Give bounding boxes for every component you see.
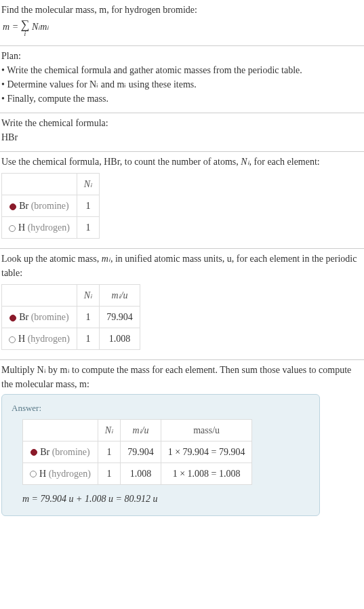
cell-ni: 1 xyxy=(98,441,120,463)
col-ni: Nᵢ xyxy=(77,285,99,307)
element-symbol: H xyxy=(18,222,25,233)
intro-text: Find the molecular mass, m, for hydrogen… xyxy=(1,3,363,17)
var-ni: Nᵢ xyxy=(241,157,249,167)
step-heading: Write the chemical formula: xyxy=(1,116,363,130)
element-name: (bromine) xyxy=(31,312,69,322)
element-name: (hydrogen) xyxy=(28,334,70,344)
var-mi: mᵢ xyxy=(102,254,110,264)
step-mass-section: Look up the atomic mass, mᵢ, in unified … xyxy=(0,249,364,359)
sigma: ∑ xyxy=(21,18,30,31)
col-element xyxy=(23,419,98,441)
plan-bullet: • Determine values for Nᵢ and mᵢ using t… xyxy=(1,77,363,92)
cell-ni: 1 xyxy=(98,463,120,484)
cell-mi: 1.008 xyxy=(100,328,140,350)
text: , for each element: xyxy=(249,157,320,167)
col-ni: Nᵢ xyxy=(77,174,99,195)
plan-bullet: • Write the chemical formula and gather … xyxy=(1,63,363,77)
answer-box: Answer: Nᵢ mᵢ/u mass/u Br (bromine) 1 79… xyxy=(1,394,320,516)
element-swatch-br xyxy=(9,315,16,321)
table-row: H (hydrogen) 1 1.008 1 × 1.008 = 1.008 xyxy=(23,463,252,484)
mass-formula: m = ∑i Nᵢmᵢ xyxy=(1,17,363,39)
step-heading: Use the chemical formula, HBr, to count … xyxy=(1,155,363,169)
table-row: Br (bromine) 1 xyxy=(2,195,100,217)
eq: = xyxy=(9,22,20,32)
element-swatch-br xyxy=(9,203,16,210)
cell-element: H (hydrogen) xyxy=(23,463,98,484)
cell-mass: 1 × 79.904 = 79.904 xyxy=(161,441,252,463)
table-row: H (hydrogen) 1 xyxy=(2,217,100,239)
element-name: (hydrogen) xyxy=(28,222,70,233)
sigma-icon: ∑i xyxy=(21,18,30,37)
step-count-section: Use the chemical formula, HBr, to count … xyxy=(0,152,364,248)
element-symbol: H xyxy=(39,469,46,479)
formula-rhs: Nᵢmᵢ xyxy=(29,22,49,32)
table-row: Br (bromine) 1 79.904 1 × 79.904 = 79.90… xyxy=(23,441,252,463)
text: Look up the atomic mass, xyxy=(1,254,102,264)
element-symbol: Br xyxy=(40,447,49,457)
element-name: (bromine) xyxy=(31,201,69,211)
col-mi: mᵢ/u xyxy=(100,285,140,307)
element-swatch-h xyxy=(30,471,37,477)
cell-element: H (hydrogen) xyxy=(2,328,77,350)
element-swatch-br xyxy=(31,449,37,456)
element-symbol: H xyxy=(18,334,25,344)
cell-element: Br (bromine) xyxy=(2,195,77,217)
var-m: m xyxy=(3,22,9,32)
step-heading: Multiply Nᵢ by mᵢ to compute the mass fo… xyxy=(1,363,363,391)
table-row: H (hydrogen) 1 1.008 xyxy=(2,328,140,350)
cell-ni: 1 xyxy=(77,307,99,328)
plan-heading: Plan: xyxy=(1,49,363,63)
col-element xyxy=(2,174,77,195)
table-header-row: Nᵢ xyxy=(2,174,100,195)
table-header-row: Nᵢ mᵢ/u xyxy=(2,285,140,307)
step-compute-section: Multiply Nᵢ by mᵢ to compute the mass fo… xyxy=(0,360,364,528)
cell-element: Br (bromine) xyxy=(2,307,77,328)
col-ni: Nᵢ xyxy=(98,419,120,441)
col-mass: mass/u xyxy=(161,419,252,441)
element-name: (bromine) xyxy=(52,447,90,457)
col-mi: mᵢ/u xyxy=(121,419,161,441)
plan-bullet: • Finally, compute the mass. xyxy=(1,92,363,106)
answer-label: Answer: xyxy=(12,401,310,415)
plan-section: Plan: • Write the chemical formula and g… xyxy=(0,46,364,113)
step-formula-section: Write the chemical formula: HBr xyxy=(0,113,364,151)
cell-element: H (hydrogen) xyxy=(2,217,77,239)
intro-section: Find the molecular mass, m, for hydrogen… xyxy=(0,0,364,45)
final-result: m = 79.904 u + 1.008 u = 80.912 u xyxy=(22,492,310,506)
cell-mi: 79.904 xyxy=(100,307,140,328)
element-symbol: Br xyxy=(19,201,28,211)
cell-ni: 1 xyxy=(77,195,99,217)
text: Use the chemical formula, HBr, to count … xyxy=(1,157,241,167)
answer-table: Nᵢ mᵢ/u mass/u Br (bromine) 1 79.904 1 ×… xyxy=(22,419,252,485)
chemical-formula: HBr xyxy=(1,130,363,144)
cell-element: Br (bromine) xyxy=(23,441,98,463)
table-header-row: Nᵢ mᵢ/u mass/u xyxy=(23,419,252,441)
element-swatch-h xyxy=(9,225,16,232)
element-name: (hydrogen) xyxy=(49,469,91,479)
col-element xyxy=(2,285,77,307)
cell-mi: 79.904 xyxy=(121,441,161,463)
element-symbol: Br xyxy=(19,312,28,322)
cell-mi: 1.008 xyxy=(121,463,161,484)
mass-table: Nᵢ mᵢ/u Br (bromine) 1 79.904 H (hydroge… xyxy=(1,284,140,350)
step-heading: Look up the atomic mass, mᵢ, in unified … xyxy=(1,252,363,280)
cell-ni: 1 xyxy=(77,217,99,239)
element-swatch-h xyxy=(9,336,16,343)
cell-mass: 1 × 1.008 = 1.008 xyxy=(161,463,252,484)
table-row: Br (bromine) 1 79.904 xyxy=(2,307,140,328)
cell-ni: 1 xyxy=(77,328,99,350)
sigma-index: i xyxy=(21,31,30,37)
count-table: Nᵢ Br (bromine) 1 H (hydrogen) 1 xyxy=(1,173,100,239)
